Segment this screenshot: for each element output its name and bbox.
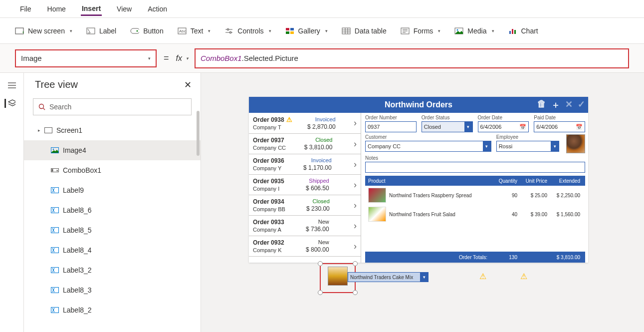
order-item[interactable]: Order 0933Company ANew$ 736.00› — [249, 216, 361, 236]
svg-text:Abc: Abc — [179, 29, 186, 33]
tree-item-image4[interactable]: Image4 — [24, 140, 201, 160]
notes-label: Notes — [365, 155, 585, 161]
tree-item-label8_2[interactable]: Label8_2 — [24, 300, 201, 320]
chevron-down-icon: ▾ — [483, 141, 491, 151]
orderno-input[interactable]: 0937 — [365, 121, 417, 132]
label-button[interactable]: Label — [86, 26, 116, 35]
svg-point-32 — [39, 104, 44, 109]
menu-file[interactable]: File — [19, 2, 32, 16]
customer-dropdown[interactable]: Company CC▾ — [365, 141, 491, 152]
tree-item-label8_6[interactable]: Label8_6 — [24, 200, 201, 220]
paiddate-label: Paid Date — [534, 115, 585, 120]
trash-icon[interactable]: 🗑 — [537, 99, 546, 111]
resize-handle[interactable] — [353, 290, 358, 295]
search-input[interactable]: Search — [33, 98, 192, 115]
menu-home[interactable]: Home — [46, 2, 67, 16]
caret-icon: ▾ — [325, 28, 328, 33]
resize-handle[interactable] — [353, 261, 358, 266]
label-icon — [51, 206, 59, 214]
employee-dropdown[interactable]: Rossi▾ — [496, 141, 559, 152]
label-icon — [51, 226, 59, 234]
order-item[interactable]: Order 0932Company KNew$ 800.00› — [249, 236, 361, 257]
chart-button[interactable]: Chart — [508, 26, 538, 35]
resize-handle[interactable] — [318, 261, 323, 266]
forms-button[interactable]: Forms▾ — [401, 26, 441, 35]
order-item[interactable]: Order 0938 ⚠Company TInvoiced$ 2,870.00› — [249, 113, 361, 134]
caret-icon: ▾ — [438, 28, 440, 33]
tree-item-label9[interactable]: Label9 — [24, 180, 201, 200]
order-detail: Order Number0937 Order StatusClosed▾ Ord… — [361, 113, 588, 263]
canvas[interactable]: Northwind Orders 🗑 ＋ ✕ ✓ Order 0938 ⚠Com… — [201, 73, 644, 332]
formula-input[interactable]: ComboBox1.Selected.Picture — [195, 48, 629, 68]
cake-image — [328, 267, 348, 286]
product-row[interactable]: Northwind Traders Raspberry Spread90$ 25… — [365, 186, 585, 205]
orderdate-input[interactable]: 6/4/2006📅 — [478, 121, 529, 132]
product-row[interactable]: Northwind Traders Fruit Salad40$ 39.00$ … — [365, 205, 585, 224]
close-icon[interactable]: ✕ — [184, 79, 192, 90]
tree-item-label3_2[interactable]: Label3_2 — [24, 260, 201, 280]
gallery-icon — [285, 26, 294, 35]
calendar-icon: 📅 — [519, 124, 526, 130]
order-item[interactable]: Order 0936Company YInvoiced$ 1,170.00› — [249, 154, 361, 175]
datatable-button[interactable]: Data table — [342, 26, 387, 35]
product-header: Product Quantity Unit Price Extended — [365, 176, 585, 186]
chevron-down-icon: ▾ — [148, 56, 151, 61]
tree-item-label8_5[interactable]: Label8_5 — [24, 220, 201, 240]
new-product-dropdown[interactable]: Northwind Traders Cake Mix▾ — [348, 272, 429, 282]
resize-handle[interactable] — [318, 290, 323, 295]
gallery-button[interactable]: Gallery▾ — [285, 26, 328, 35]
status-label: Order Status — [422, 115, 473, 120]
header-actions: 🗑 ＋ ✕ ✓ — [537, 99, 585, 111]
media-icon — [454, 26, 463, 35]
media-button[interactable]: Media▾ — [454, 26, 494, 35]
label-icon — [86, 26, 95, 35]
order-item[interactable]: Order 0934Company BBClosed$ 230.00› — [249, 195, 361, 216]
tree-view-panel: Tree view ✕ Search ▸Screen1Image4▾ComboB… — [24, 73, 201, 332]
status-dropdown[interactable]: Closed▾ — [422, 121, 473, 132]
paiddate-input[interactable]: 6/4/2006📅 — [534, 121, 585, 132]
hamburger-icon[interactable] — [6, 81, 17, 90]
scrollbar[interactable] — [197, 111, 200, 156]
datatable-icon — [342, 26, 351, 35]
ribbon: + New screen▾ Label Button Abc Text▾ Con… — [0, 18, 644, 44]
tree-item-label8_4[interactable]: Label8_4 — [24, 240, 201, 260]
notes-input[interactable] — [365, 162, 585, 173]
tree-item-combobox1[interactable]: ▾ComboBox1 — [24, 160, 201, 180]
fx-button[interactable]: fx▾ — [176, 54, 189, 63]
label-icon — [51, 246, 59, 254]
caret-icon: ▾ — [269, 28, 271, 33]
menu-action[interactable]: Action — [147, 2, 168, 16]
customer-label: Customer — [365, 134, 491, 140]
order-list[interactable]: Order 0938 ⚠Company TInvoiced$ 2,870.00›… — [249, 113, 361, 263]
chevron-down-icon: ▾ — [551, 141, 559, 151]
menu-view[interactable]: View — [116, 2, 133, 16]
menu-insert[interactable]: Insert — [81, 1, 102, 16]
order-item[interactable]: Order 0935Company IShipped$ 606.50› — [249, 175, 361, 195]
screen-icon — [44, 126, 52, 134]
add-icon[interactable]: ＋ — [551, 99, 560, 111]
chevron-down-icon: ▾ — [420, 273, 428, 282]
controls-button[interactable]: Controls▾ — [224, 26, 271, 35]
tree-item-label8_3[interactable]: Label8_3 — [24, 280, 201, 300]
svg-rect-13 — [286, 31, 289, 34]
caret-icon: ▾ — [208, 28, 211, 33]
svg-rect-11 — [286, 28, 289, 30]
chevron-right-icon: › — [351, 118, 357, 128]
controls-icon — [224, 26, 233, 35]
property-dropdown[interactable]: Image ▾ — [15, 49, 157, 67]
submit-icon[interactable]: ✓ — [578, 99, 585, 111]
warning-icon: ⚠ — [286, 116, 292, 123]
cancel-icon[interactable]: ✕ — [565, 99, 573, 111]
button-button[interactable]: Button — [130, 26, 163, 35]
tree-item-screen1[interactable]: ▸Screen1 — [24, 120, 201, 140]
order-item[interactable]: Order 0937Company CCClosed$ 3,810.00› — [249, 134, 361, 154]
chevron-right-icon: › — [351, 241, 357, 252]
chevron-right-icon: › — [351, 180, 357, 190]
layers-icon[interactable] — [4, 99, 15, 108]
svg-rect-28 — [514, 30, 516, 34]
svg-rect-14 — [290, 31, 294, 34]
image-icon — [51, 146, 59, 154]
new-screen-button[interactable]: + New screen▾ — [15, 26, 72, 35]
text-button[interactable]: Abc Text▾ — [178, 26, 211, 35]
svg-rect-12 — [290, 28, 294, 30]
